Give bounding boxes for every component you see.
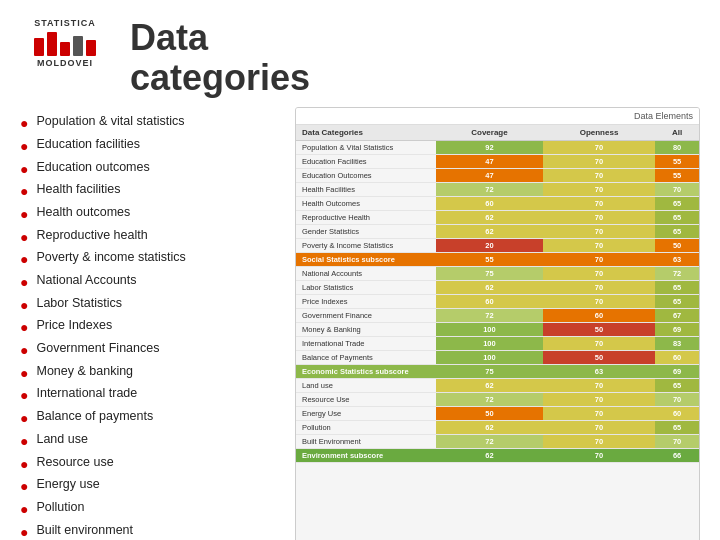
table-row: Built Environment727070 xyxy=(296,435,699,449)
bullet-icon: ● xyxy=(20,272,28,294)
list-label: Population & vital statistics xyxy=(36,112,184,131)
list-label: Balance of payments xyxy=(36,407,153,426)
row-all: 55 xyxy=(655,169,699,183)
row-openness: 70 xyxy=(543,379,655,393)
list-item: ● Education outcomes xyxy=(20,158,280,181)
row-openness: 70 xyxy=(543,197,655,211)
row-label: Gender Statistics xyxy=(296,225,436,239)
row-coverage: 47 xyxy=(436,155,543,169)
row-all: 69 xyxy=(655,365,699,379)
row-openness: 70 xyxy=(543,421,655,435)
row-label: Energy Use xyxy=(296,407,436,421)
main-title: Data categories xyxy=(130,18,700,97)
table-row: Pollution627065 xyxy=(296,421,699,435)
list-label: Energy use xyxy=(36,475,99,494)
row-label: Social Statistics subscore xyxy=(296,253,436,267)
bullet-icon: ● xyxy=(20,454,28,476)
row-openness: 70 xyxy=(543,435,655,449)
row-coverage: 62 xyxy=(436,281,543,295)
row-openness: 60 xyxy=(543,309,655,323)
data-table-area: Data Elements Data Categories Coverage O… xyxy=(295,107,700,540)
table-row: Population & Vital Statistics927080 xyxy=(296,141,699,155)
bullet-icon: ● xyxy=(20,522,28,540)
row-label: Built Environment xyxy=(296,435,436,449)
list-label: Poverty & income statistics xyxy=(36,248,185,267)
row-label: Health Facilities xyxy=(296,183,436,197)
list-item: ● Price Indexes xyxy=(20,316,280,339)
list-item: ● Population & vital statistics xyxy=(20,112,280,135)
bullet-icon: ● xyxy=(20,476,28,498)
table-row: Price Indexes607065 xyxy=(296,295,699,309)
list-item: ● Energy use xyxy=(20,475,280,498)
bullet-icon: ● xyxy=(20,136,28,158)
logo-moldovei: MOLDOVEI xyxy=(37,58,93,68)
row-all: 65 xyxy=(655,379,699,393)
row-label: Balance of Payments xyxy=(296,351,436,365)
bullet-icon: ● xyxy=(20,159,28,181)
row-coverage: 62 xyxy=(436,225,543,239)
bar3 xyxy=(60,42,70,56)
list-label: Education outcomes xyxy=(36,158,149,177)
row-label: Reproductive Health xyxy=(296,211,436,225)
bullet-icon: ● xyxy=(20,385,28,407)
list-item: ● Resource use xyxy=(20,453,280,476)
bullet-icon: ● xyxy=(20,499,28,521)
table-row: Land use627065 xyxy=(296,379,699,393)
row-label: Money & Banking xyxy=(296,323,436,337)
list-item: ● Land use xyxy=(20,430,280,453)
row-label: International Trade xyxy=(296,337,436,351)
table-row: Economic Statistics subscore756369 xyxy=(296,365,699,379)
row-all: 69 xyxy=(655,323,699,337)
table-row: Government Finance726067 xyxy=(296,309,699,323)
bullet-icon: ● xyxy=(20,431,28,453)
list-label: Reproductive health xyxy=(36,226,147,245)
bullet-icon: ● xyxy=(20,113,28,135)
list-label: Price Indexes xyxy=(36,316,112,335)
title-area: Data categories xyxy=(130,18,700,97)
row-coverage: 62 xyxy=(436,379,543,393)
col-header-coverage: Coverage xyxy=(436,125,543,141)
row-all: 65 xyxy=(655,295,699,309)
header: STATISTICA MOLDOVEI Data categories xyxy=(0,0,720,107)
row-coverage: 72 xyxy=(436,309,543,323)
bar4 xyxy=(73,36,83,56)
row-coverage: 72 xyxy=(436,435,543,449)
bullet-icon: ● xyxy=(20,340,28,362)
table-row: International Trade1007083 xyxy=(296,337,699,351)
row-all: 65 xyxy=(655,211,699,225)
table-header-row: Data Categories Coverage Openness All xyxy=(296,125,699,141)
row-coverage: 92 xyxy=(436,141,543,155)
row-label: Pollution xyxy=(296,421,436,435)
col-header-categories: Data Categories xyxy=(296,125,436,141)
list-label: Government Finances xyxy=(36,339,159,358)
row-label: Population & Vital Statistics xyxy=(296,141,436,155)
row-openness: 70 xyxy=(543,155,655,169)
row-label: Environment subscore xyxy=(296,449,436,463)
table-body: Population & Vital Statistics927080Educa… xyxy=(296,141,699,463)
row-all: 65 xyxy=(655,421,699,435)
list-item: ● Health outcomes xyxy=(20,203,280,226)
row-all: 60 xyxy=(655,351,699,365)
row-all: 80 xyxy=(655,141,699,155)
row-openness: 70 xyxy=(543,281,655,295)
row-coverage: 100 xyxy=(436,323,543,337)
list-label: Resource use xyxy=(36,453,113,472)
row-openness: 70 xyxy=(543,211,655,225)
list-label: Health facilities xyxy=(36,180,120,199)
row-label: Price Indexes xyxy=(296,295,436,309)
row-openness: 70 xyxy=(543,267,655,281)
table-row: Balance of Payments1005060 xyxy=(296,351,699,365)
row-coverage: 72 xyxy=(436,183,543,197)
bullet-icon: ● xyxy=(20,408,28,430)
row-all: 65 xyxy=(655,225,699,239)
row-openness: 70 xyxy=(543,295,655,309)
row-openness: 70 xyxy=(543,337,655,351)
row-coverage: 50 xyxy=(436,407,543,421)
list-item: ● Government Finances xyxy=(20,339,280,362)
row-label: Education Outcomes xyxy=(296,169,436,183)
list-item: ● Pollution xyxy=(20,498,280,521)
table-row: Energy Use507060 xyxy=(296,407,699,421)
col-header-all: All xyxy=(655,125,699,141)
row-openness: 70 xyxy=(543,407,655,421)
table-row: Environment subscore627066 xyxy=(296,449,699,463)
